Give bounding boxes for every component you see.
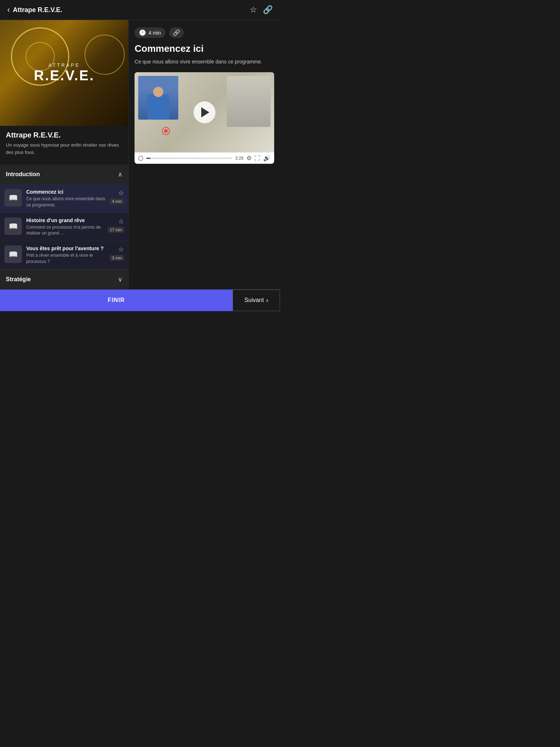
duration-badge-3: 3 min xyxy=(110,255,124,261)
star-button-3[interactable]: ☆ xyxy=(118,245,124,253)
hero-attrape-label: ATTRAPE xyxy=(34,62,94,68)
header-left: ‹ Attrape R.E.V.E. xyxy=(7,5,62,15)
record-button xyxy=(162,127,170,135)
header: ‹ Attrape R.E.V.E. ☆ 🔗 xyxy=(0,0,280,20)
chevron-up-icon: ∧ xyxy=(118,170,122,178)
duration-badge-2: 17 min xyxy=(108,227,124,233)
course-info: Attrape R.E.V.E. Un voyage sous hypnose … xyxy=(0,126,128,161)
video-time-label: 3:28 xyxy=(235,156,244,161)
lesson-desc-2: Comment ce processus m'a permis de réali… xyxy=(26,224,105,237)
lesson-meta-3: ☆ 3 min xyxy=(110,245,124,261)
section-title-introduction: Introduction xyxy=(6,171,40,178)
left-column: ATTRAPE R.E.V.E. Attrape R.E.V.E. Un voy… xyxy=(0,20,129,289)
main-layout: ATTRAPE R.E.V.E. Attrape R.E.V.E. Un voy… xyxy=(0,20,280,289)
chevron-down-icon: ∨ xyxy=(118,275,122,283)
progress-bar[interactable] xyxy=(146,158,232,159)
content-description: Ce que nous allons vivre ensemble dans c… xyxy=(135,58,274,66)
clock-icon: 🕐 xyxy=(139,29,146,36)
lesson-meta-2: ☆ 17 min xyxy=(108,217,124,233)
play-triangle-icon xyxy=(201,107,209,117)
lesson-icon-wrap-1: 📖 xyxy=(4,189,22,206)
expand-icon[interactable]: ⛶ xyxy=(254,155,260,162)
lesson-title-1: Commencez ici xyxy=(26,189,107,195)
duration-badge: 🕐 4 min xyxy=(135,27,165,38)
lesson-icon-wrap-2: 📖 xyxy=(4,217,22,235)
content-title: Commencez ici xyxy=(135,43,274,54)
hero-text: ATTRAPE R.E.V.E. xyxy=(34,62,94,84)
lesson-content-1: Commencez ici Ce que nous allons vivre e… xyxy=(26,189,107,208)
course-title: Attrape R.E.V.E. xyxy=(6,131,122,139)
header-icons: ☆ 🔗 xyxy=(250,5,273,15)
back-button[interactable]: ‹ xyxy=(7,5,10,15)
lesson-title-2: Histoire d'un grand rêve xyxy=(26,217,105,223)
person-body xyxy=(147,94,169,120)
bookmark-icon[interactable]: ☆ xyxy=(250,5,257,15)
lesson-title-3: Vous êtes prêt pour l'aventure ? xyxy=(26,245,107,251)
meta-row: 🕐 4 min 🔗 xyxy=(135,27,274,38)
lesson-desc-3: Prêt à rêver ensemble et à vivre le proc… xyxy=(26,252,107,265)
content-duration: 4 min xyxy=(148,30,161,36)
hero-image: ATTRAPE R.E.V.E. xyxy=(0,20,128,126)
book-icon-1: 📖 xyxy=(9,193,18,202)
finir-button[interactable]: FINIR xyxy=(0,290,233,311)
video-person-thumbnail xyxy=(138,76,178,120)
course-description: Un voyage sous hypnose pour enfin révéle… xyxy=(6,142,122,156)
header-title: Attrape R.E.V.E. xyxy=(13,6,62,14)
progress-dot[interactable] xyxy=(138,156,143,161)
content-link-button[interactable]: 🔗 xyxy=(169,27,184,38)
section-title-strategie: Stratégie xyxy=(6,276,31,283)
volume-icon[interactable]: 🔊 xyxy=(263,155,271,162)
lesson-content-3: Vous êtes prêt pour l'aventure ? Prêt à … xyxy=(26,245,107,265)
suivant-label: Suivant xyxy=(244,297,264,303)
play-button[interactable] xyxy=(194,101,215,123)
person-head xyxy=(153,87,163,97)
lesson-item-histoire[interactable]: 📖 Histoire d'un grand rêve Comment ce pr… xyxy=(0,213,128,241)
video-child-thumbnail xyxy=(227,76,271,127)
gear-icon[interactable]: ⚙ xyxy=(246,155,252,162)
hero-reve-label: R.E.V.E. xyxy=(34,68,94,84)
chevron-right-icon: › xyxy=(266,297,268,304)
star-button-1[interactable]: ☆ xyxy=(118,189,124,197)
record-inner xyxy=(164,129,168,133)
progress-bar-fill xyxy=(146,158,151,159)
suivant-button[interactable]: Suivant › xyxy=(233,290,280,311)
star-button-2[interactable]: ☆ xyxy=(118,217,124,225)
lesson-desc-1: Ce que nous allons vivre ensemble dans c… xyxy=(26,196,107,208)
section-header-strategie[interactable]: Stratégie ∨ xyxy=(0,269,128,289)
bottom-bar: FINIR Suivant › xyxy=(0,289,280,311)
duration-badge-1: 4 min xyxy=(110,198,124,204)
right-column: 🕐 4 min 🔗 Commencez ici Ce que nous allo… xyxy=(129,20,280,289)
section-list: Introduction ∧ 📖 Commencez ici Ce que no… xyxy=(0,165,128,289)
lesson-item-vous-etes-pret[interactable]: 📖 Vous êtes prêt pour l'aventure ? Prêt … xyxy=(0,241,128,269)
lesson-item-commencez-ici[interactable]: 📖 Commencez ici Ce que nous allons vivre… xyxy=(0,184,128,213)
section-header-introduction[interactable]: Introduction ∧ xyxy=(0,165,128,184)
link-icon[interactable]: 🔗 xyxy=(263,5,273,15)
video-player[interactable]: 3:28 ⚙ ⛶ 🔊 xyxy=(135,72,274,164)
video-controls: 3:28 ⚙ ⛶ 🔊 xyxy=(135,152,274,164)
lesson-meta-1: ☆ 4 min xyxy=(110,189,124,204)
lesson-icon-wrap-3: 📖 xyxy=(4,245,22,263)
video-inner xyxy=(135,72,274,152)
book-icon-3: 📖 xyxy=(9,250,18,259)
book-icon-2: 📖 xyxy=(9,222,18,231)
lesson-content-2: Histoire d'un grand rêve Comment ce proc… xyxy=(26,217,105,237)
